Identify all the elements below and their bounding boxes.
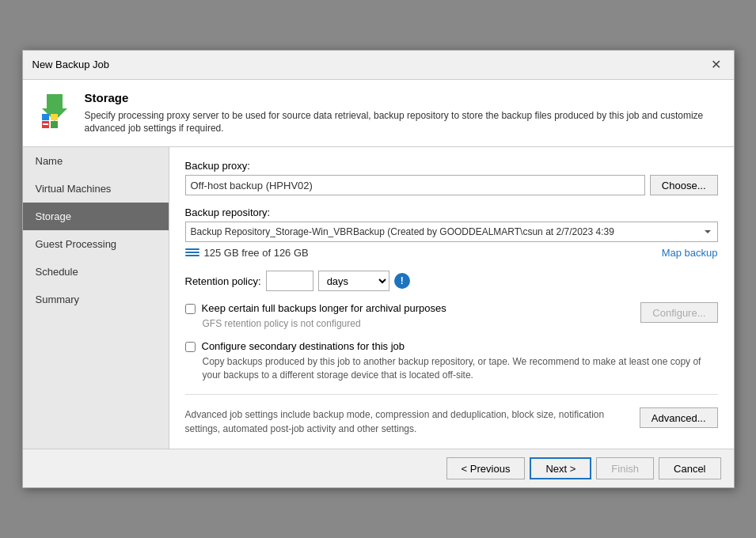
cancel-button[interactable]: Cancel — [659, 457, 720, 479]
section-divider — [185, 394, 718, 395]
sidebar-item-storage[interactable]: Storage — [23, 203, 169, 230]
footer: < Previous Next > Finish Cancel — [23, 449, 734, 487]
sidebar-item-guest-processing[interactable]: Guest Processing — [23, 230, 169, 258]
backup-proxy-row: Choose... — [185, 175, 718, 195]
backup-proxy-group: Backup proxy: Choose... — [185, 160, 718, 195]
backup-proxy-input[interactable] — [185, 175, 645, 195]
retention-value-spinner: ▲ ▼ — [266, 271, 313, 291]
secondary-dest-checkbox-group: Configure secondary destinations for thi… — [185, 340, 718, 382]
sidebar: Name Virtual Machines Storage Guest Proc… — [23, 147, 169, 449]
archival-checkbox[interactable] — [185, 304, 196, 314]
backup-proxy-label: Backup proxy: — [185, 160, 718, 172]
close-button[interactable]: ✕ — [709, 57, 724, 73]
archival-checkbox-desc: GFS retention policy is not configured — [203, 317, 641, 331]
sidebar-item-schedule[interactable]: Schedule — [23, 258, 169, 286]
database-icon — [185, 245, 199, 260]
sidebar-item-virtual-machines[interactable]: Virtual Machines — [23, 175, 169, 203]
archival-checkbox-row: Keep certain full backups longer for arc… — [185, 302, 641, 314]
secondary-dest-checkbox-row: Configure secondary destinations for thi… — [185, 340, 718, 352]
archival-checkbox-label: Keep certain full backups longer for arc… — [202, 302, 446, 314]
svg-rect-3 — [42, 114, 49, 120]
next-button[interactable]: Next > — [530, 457, 591, 479]
secondary-dest-checkbox[interactable] — [185, 342, 196, 352]
retention-unit-select[interactable]: days restore points — [318, 271, 389, 291]
storage-free-text: 125 GB free of 126 GB — [204, 247, 657, 259]
retention-value-input[interactable] — [267, 271, 313, 290]
advanced-button[interactable]: Advanced... — [640, 407, 718, 428]
svg-rect-2 — [51, 121, 58, 128]
retention-info-icon[interactable]: ! — [394, 273, 410, 289]
backup-proxy-choose-button[interactable]: Choose... — [650, 175, 718, 195]
retention-policy-label: Retention policy: — [185, 275, 261, 287]
content-area: Backup proxy: Choose... Backup repositor… — [169, 147, 734, 449]
backup-repository-label: Backup repository: — [185, 206, 718, 218]
sidebar-item-name[interactable]: Name — [23, 147, 169, 175]
storage-info: 125 GB free of 126 GB Map backup — [185, 245, 718, 260]
advanced-section: Advanced job settings include backup mod… — [185, 407, 718, 436]
backup-repository-row: Backup Repository_Storage-Win_VBRBackup … — [185, 222, 718, 242]
new-backup-job-dialog: New Backup Job ✕ Storage Specify process… — [22, 50, 735, 489]
header-text: Storage Specify processing proxy server … — [85, 91, 721, 136]
svg-rect-5 — [43, 123, 48, 125]
configure-button[interactable]: Configure... — [640, 302, 717, 323]
finish-button[interactable]: Finish — [596, 457, 654, 479]
svg-rect-4 — [51, 114, 58, 120]
backup-repository-select[interactable]: Backup Repository_Storage-Win_VBRBackup … — [185, 222, 718, 242]
retention-policy-row: Retention policy: ▲ ▼ days restore point… — [185, 271, 718, 291]
previous-button[interactable]: < Previous — [446, 457, 526, 479]
archival-checkbox-group: Keep certain full backups longer for arc… — [185, 302, 718, 331]
secondary-dest-checkbox-desc: Copy backups produced by this job to ano… — [203, 355, 718, 382]
header-description: Specify processing proxy server to be us… — [85, 109, 721, 136]
secondary-dest-checkbox-label: Configure secondary destinations for thi… — [202, 340, 405, 352]
sidebar-item-summary[interactable]: Summary — [23, 286, 169, 313]
dialog-title: New Backup Job — [32, 59, 110, 70]
body: Name Virtual Machines Storage Guest Proc… — [23, 147, 734, 449]
header-section: Storage Specify processing proxy server … — [23, 80, 734, 148]
header-icon — [36, 91, 74, 129]
advanced-description: Advanced job settings include backup mod… — [185, 407, 627, 436]
map-backup-link[interactable]: Map backup — [662, 247, 718, 259]
title-bar: New Backup Job ✕ — [23, 51, 734, 80]
backup-repository-group: Backup repository: Backup Repository_Sto… — [185, 206, 718, 260]
header-title: Storage — [85, 91, 721, 104]
